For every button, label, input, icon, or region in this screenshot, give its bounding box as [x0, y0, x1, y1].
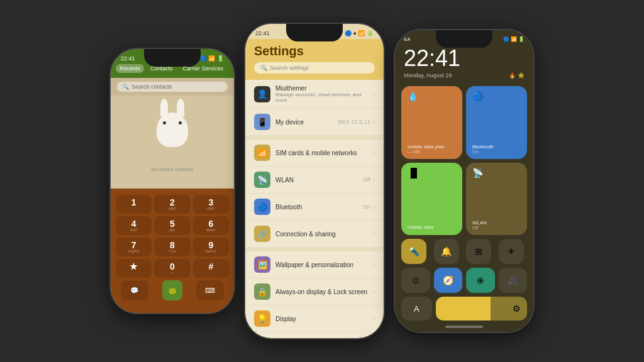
- time-display: 22:41: [395, 45, 533, 72]
- wlan-tile-sub: Off: [472, 226, 521, 230]
- no-contacts-text: No recent contacts: [152, 167, 194, 172]
- phone-3-control-center: EA 🔵 📶 🔋 22:41 Monday, August 29 🔥 ⭐ 💧 m…: [395, 30, 533, 332]
- dial-key-3[interactable]: 3DEF: [193, 195, 229, 214]
- dial-key-star[interactable]: ★: [116, 259, 152, 278]
- wallpaper-icon: 🖼️: [254, 256, 270, 273]
- date-icons: 🔥 ⭐: [509, 72, 525, 79]
- bottom-tiles: A ⚙: [395, 297, 533, 326]
- dial-key-1[interactable]: 1: [116, 195, 152, 214]
- dial-key-4[interactable]: 4GHI: [116, 216, 152, 235]
- phone-2-time: 22:41: [255, 30, 270, 36]
- dial-key-hash[interactable]: #: [193, 259, 229, 278]
- tile-focus[interactable]: ⊕: [466, 268, 495, 293]
- chevron-icon: ›: [373, 150, 375, 156]
- wallpaper-title: Wallpaper & personalization: [275, 261, 370, 268]
- data-icon: ▐▌: [408, 168, 456, 178]
- keyboard-button[interactable]: ⌨: [196, 280, 224, 300]
- tile-flashlight[interactable]: 🔦: [401, 239, 426, 264]
- miuithemer-sub: Manage accounts, cloud services, and mor…: [275, 92, 370, 103]
- settings-search-placeholder: Search settings: [270, 65, 309, 71]
- search-icon: 🔍: [122, 84, 129, 90]
- sound-icon: 🔊: [254, 337, 270, 338]
- dial-key-8[interactable]: 8TUV: [154, 238, 190, 256]
- dial-key-0[interactable]: 0+: [154, 259, 190, 278]
- tile-mobile-data[interactable]: ▐▌ mobile data: [401, 163, 462, 236]
- dial-key-5[interactable]: 5JKL: [154, 216, 190, 235]
- dial-key-2[interactable]: 2ABC: [154, 195, 190, 214]
- dialer-pad: 1 2ABC 3DEF 4GHI 5JKL 6MNO 7PQRS 8TUV 9W…: [111, 189, 234, 313]
- chevron-icon: ›: [373, 119, 375, 126]
- dialer-grid: 1 2ABC 3DEF 4GHI 5JKL 6MNO 7PQRS 8TUV 9W…: [116, 195, 229, 278]
- wlan-title: WLAN: [275, 177, 363, 184]
- tile-navigation[interactable]: 🧭: [434, 268, 463, 293]
- phone-3-screen: EA 🔵 📶 🔋 22:41 Monday, August 29 🔥 ⭐ 💧 m…: [395, 30, 533, 332]
- dial-key-9[interactable]: 9WXYZ: [193, 238, 229, 256]
- sim-text: SIM cards & mobile networks: [275, 150, 370, 156]
- avatar-icon[interactable]: 🐸: [162, 280, 182, 300]
- phone-1-status-bar: 22:41 🔵 📶 🔋: [111, 49, 234, 64]
- settings-item-sound[interactable]: 🔊 Sound & vibration ›: [245, 332, 384, 338]
- search-icon: 🔍: [260, 65, 267, 71]
- wlan-icon: 📡: [254, 172, 270, 188]
- sms-button[interactable]: 💬: [121, 280, 148, 300]
- search-placeholder: Search contacts: [131, 84, 172, 90]
- settings-item-wlan[interactable]: 📡 WLAN Off ›: [245, 167, 384, 194]
- sim-title: SIM cards & mobile networks: [275, 150, 370, 156]
- dialer-bottom-row: 💬 🐸 ⌨: [116, 280, 229, 300]
- phone-2-screen: 22:41 🔵 ● 📶 🔋 Settings 🔍 Search settings…: [245, 24, 384, 338]
- miuithemer-text: Miuithemer Manage accounts, cloud servic…: [275, 85, 370, 103]
- brightness-fill: [436, 297, 491, 321]
- device-icon: 📱: [254, 114, 270, 130]
- sim-icon: 📶: [254, 145, 270, 161]
- wallpaper-text: Wallpaper & personalization: [275, 261, 370, 268]
- mobile-data-label: mobile data: [408, 224, 456, 230]
- chevron-icon: ›: [373, 231, 375, 238]
- contacts-search[interactable]: 🔍 Search contacts: [117, 82, 228, 92]
- always-on-text: Always-on display & Lock screen: [275, 288, 370, 295]
- tab-contacts[interactable]: Contacts: [147, 64, 177, 73]
- phone-1-search-row: 🔍 Search contacts: [111, 78, 234, 96]
- device-text: My device: [275, 119, 338, 126]
- tile-wlan[interactable]: 📡 WLAN Off: [466, 163, 527, 236]
- dial-key-7[interactable]: 7PQRS: [116, 238, 152, 256]
- tile-bell[interactable]: 🔔: [434, 239, 459, 264]
- chevron-icon: ›: [373, 288, 375, 295]
- tile-bluetooth[interactable]: 🔵 Bluetooth On: [466, 86, 527, 159]
- dial-key-6[interactable]: 6MNO: [193, 216, 229, 235]
- small-tiles-row1: 🔦 🔔 ⊞ ✈: [395, 239, 533, 268]
- tile-airplane[interactable]: ✈: [499, 239, 524, 264]
- device-value: MIUI 12.5.11: [338, 119, 370, 125]
- wifi-tile-icon: 📡: [472, 168, 521, 178]
- gear-icon: ⚙: [513, 304, 521, 314]
- settings-item-display[interactable]: 💡 Display ›: [245, 305, 384, 332]
- settings-item-my-device[interactable]: 📱 My device MIUI 12.5.11 ›: [245, 109, 384, 136]
- tile-a-button[interactable]: A: [401, 297, 432, 321]
- phone-3-right-icons: 🔵 📶 🔋: [503, 36, 525, 42]
- settings-search[interactable]: 🔍 Search settings: [254, 62, 375, 74]
- wlan-tile-label: WLAN: [472, 220, 521, 226]
- tab-recents[interactable]: Recents: [116, 64, 144, 73]
- settings-item-wallpaper[interactable]: 🖼️ Wallpaper & personalization ›: [245, 251, 384, 278]
- medium-tiles-row2: ⊙ 🧭 ⊕ 🎥: [395, 268, 533, 297]
- settings-list: 👤 Miuithemer Manage accounts, cloud serv…: [245, 80, 384, 338]
- chevron-icon: ›: [373, 261, 375, 268]
- brightness-slider[interactable]: ⚙: [436, 297, 528, 321]
- tab-carrier[interactable]: Carrier Services: [179, 64, 228, 73]
- tile-mobile-data-plan[interactable]: 💧 mobile data plan — MB: [401, 86, 462, 159]
- wlan-text: WLAN: [275, 177, 363, 184]
- tile-video[interactable]: 🎥: [499, 268, 528, 293]
- settings-item-always-on[interactable]: 🔒 Always-on display & Lock screen ›: [245, 278, 384, 305]
- tile-screen-cast[interactable]: ⊞: [466, 239, 491, 264]
- phone-1-time: 22:41: [121, 55, 135, 62]
- bluetooth-icon: 🔵: [254, 199, 270, 215]
- bt-title: Bluetooth: [275, 204, 363, 211]
- settings-item-connection-sharing[interactable]: 🔗 Connection & sharing ›: [245, 221, 384, 248]
- home-indicator[interactable]: [445, 326, 483, 328]
- chevron-icon: ›: [373, 204, 375, 211]
- settings-item-sim[interactable]: 📶 SIM cards & mobile networks ›: [245, 140, 384, 167]
- chevron-icon: ›: [373, 177, 375, 184]
- settings-item-bluetooth[interactable]: 🔵 Bluetooth On ›: [245, 194, 384, 221]
- settings-item-miuithemer[interactable]: 👤 Miuithemer Manage accounts, cloud serv…: [245, 80, 384, 109]
- tile-eye[interactable]: ⊙: [401, 268, 430, 293]
- wlan-value: Off: [363, 177, 370, 183]
